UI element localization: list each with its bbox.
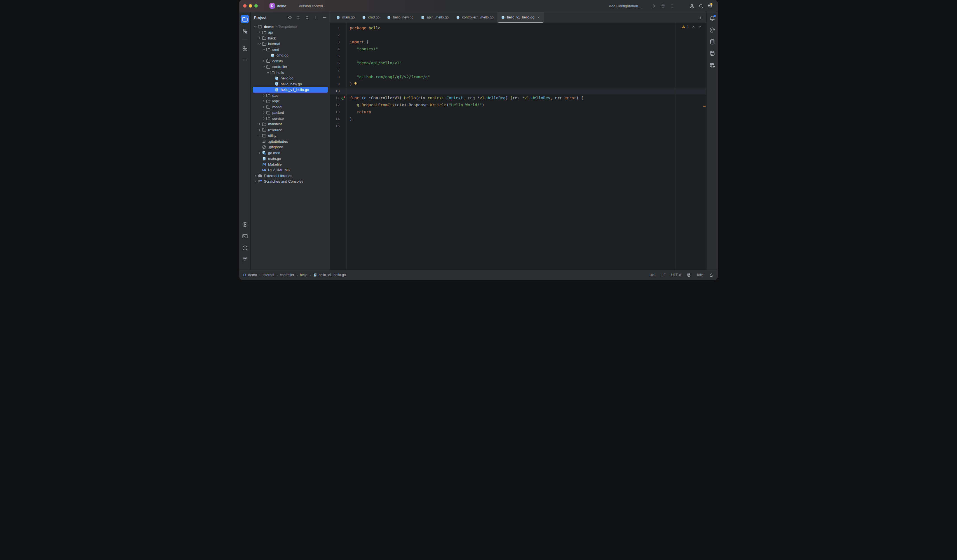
chevron-down-icon[interactable] bbox=[257, 42, 262, 46]
chevron-right-icon[interactable] bbox=[257, 134, 262, 137]
code-line-1[interactable]: 1package hello bbox=[330, 25, 706, 32]
tree-item-main.go[interactable]: main.go bbox=[253, 156, 328, 162]
notifications-bell-icon[interactable] bbox=[708, 14, 716, 22]
chevron-right-icon[interactable] bbox=[262, 111, 266, 114]
select-opened-file-icon[interactable] bbox=[287, 14, 292, 20]
tree-item-utility[interactable]: utility bbox=[253, 133, 328, 139]
chevron-right-icon[interactable] bbox=[257, 30, 262, 34]
tree-item-model[interactable]: model bbox=[253, 104, 328, 110]
expand-all-icon[interactable] bbox=[295, 14, 301, 20]
gopher-chat-tool-window-button[interactable] bbox=[708, 61, 716, 69]
terminal-tool-window-button[interactable] bbox=[241, 232, 249, 240]
code-line-6[interactable]: 6 "demo/api/hello/v1" bbox=[330, 60, 706, 66]
gopher-tool-window-button[interactable] bbox=[708, 49, 716, 57]
problems-tool-window-button[interactable] bbox=[241, 244, 249, 252]
chevron-right-icon[interactable] bbox=[253, 180, 257, 183]
unlock-icon[interactable] bbox=[709, 273, 713, 277]
code-with-me-icon[interactable] bbox=[689, 3, 695, 9]
gopher-status-icon[interactable] bbox=[687, 273, 691, 277]
tree-item-manifest[interactable]: manifest bbox=[253, 121, 328, 127]
breadcrumb-item-hello[interactable]: hello bbox=[300, 273, 307, 277]
tree-item-scratches-and-consoles[interactable]: Scratches and Consoles bbox=[253, 179, 328, 185]
tree-item-consts[interactable]: consts bbox=[253, 58, 328, 64]
database-tool-window-button[interactable] bbox=[708, 38, 716, 46]
code-line-15[interactable]: 15 bbox=[330, 123, 706, 129]
code-line-7[interactable]: 7 bbox=[330, 66, 706, 74]
run-button[interactable] bbox=[651, 3, 657, 9]
settings-gear-icon[interactable] bbox=[707, 3, 713, 9]
tree-item-resource[interactable]: resource bbox=[253, 127, 328, 133]
tree-item-logic[interactable]: logic bbox=[253, 98, 328, 104]
breadcrumb-item-controller[interactable]: controller bbox=[280, 273, 294, 277]
zoom-window-button[interactable] bbox=[254, 4, 258, 8]
chevron-right-icon[interactable] bbox=[262, 94, 266, 97]
chevron-down-icon[interactable] bbox=[253, 25, 257, 28]
tab-cmd.go[interactable]: cmd.go bbox=[358, 12, 383, 23]
code-line-14[interactable]: 14} bbox=[330, 115, 706, 123]
code-line-8[interactable]: 8 "github.com/gogf/gf/v2/frame/g" bbox=[330, 74, 706, 80]
git-tool-window-button[interactable] bbox=[241, 256, 249, 263]
tab-hello_v1_hello.go[interactable]: hello_v1_hello.go bbox=[497, 12, 544, 23]
more-tool-windows-icon[interactable] bbox=[241, 56, 249, 64]
tree-item-external-libraries[interactable]: External Libraries bbox=[253, 173, 328, 179]
search-everywhere-icon[interactable] bbox=[698, 3, 704, 9]
debug-button[interactable] bbox=[660, 3, 666, 9]
tab-options-kebab-icon[interactable] bbox=[698, 12, 706, 23]
code-line-10[interactable]: 10 bbox=[330, 88, 706, 95]
ai-assistant-icon[interactable] bbox=[708, 26, 716, 34]
indent-style[interactable]: Tab* bbox=[696, 273, 703, 277]
panel-options-kebab-icon[interactable] bbox=[313, 14, 319, 20]
breadcrumb-item-internal[interactable]: internal bbox=[263, 273, 274, 277]
services-tool-window-button[interactable] bbox=[241, 221, 249, 228]
breadcrumb-item-demo[interactable]: demo bbox=[243, 273, 257, 277]
chevron-right-icon[interactable] bbox=[257, 151, 262, 155]
tab-controller-...-hello.go[interactable]: controller/.../hello.go bbox=[452, 12, 497, 23]
chevron-right-icon[interactable] bbox=[253, 174, 257, 178]
code-line-3[interactable]: 3import ( bbox=[330, 39, 706, 46]
caret-position[interactable]: 10:1 bbox=[649, 273, 656, 277]
minimize-window-button[interactable] bbox=[249, 4, 252, 8]
collapse-all-icon[interactable] bbox=[304, 14, 310, 20]
vcs-menu[interactable]: Version control bbox=[299, 4, 326, 8]
intention-bulb-icon[interactable] bbox=[354, 82, 358, 86]
code-editor[interactable]: 1package hello23import (4 "context"56 "d… bbox=[330, 23, 706, 270]
tree-item-hello.go[interactable]: hello.go bbox=[253, 76, 328, 81]
run-configuration-selector[interactable]: Add Configuration... bbox=[609, 4, 644, 8]
more-actions-kebab-icon[interactable] bbox=[669, 3, 675, 9]
code-line-9[interactable]: 9) bbox=[330, 80, 706, 88]
implements-interface-icon[interactable]: I bbox=[340, 95, 346, 101]
tab-main.go[interactable]: main.go bbox=[332, 12, 358, 23]
structure-tool-window-button[interactable] bbox=[241, 44, 249, 52]
tree-item-makefile[interactable]: Makefile bbox=[253, 161, 328, 167]
tree-item-api[interactable]: api bbox=[253, 30, 328, 36]
chevron-right-icon[interactable] bbox=[262, 99, 266, 103]
tree-item-hello_v1_hello.go[interactable]: hello_v1_hello.go bbox=[253, 87, 328, 93]
chevron-down-icon[interactable] bbox=[262, 48, 266, 52]
tree-item-service[interactable]: service bbox=[253, 115, 328, 121]
chevron-down-icon[interactable] bbox=[266, 71, 270, 74]
file-encoding[interactable]: UTF-8 bbox=[671, 273, 681, 277]
line-separator[interactable]: LF bbox=[662, 273, 666, 277]
tree-item-controller[interactable]: controller bbox=[253, 64, 328, 70]
tree-item-cmd[interactable]: cmd bbox=[253, 47, 328, 53]
tree-item-hello_new.go[interactable]: hello_new.go bbox=[253, 81, 328, 87]
chevron-right-icon[interactable] bbox=[257, 36, 262, 40]
tree-item-.gitignore[interactable]: .gitignore bbox=[253, 144, 328, 150]
tree-item-hello[interactable]: hello bbox=[253, 69, 328, 76]
tree-item-.gitattributes[interactable]: .gitattributes bbox=[253, 139, 328, 144]
learn-gopher-icon[interactable]: ? bbox=[241, 27, 249, 35]
tree-item-go.mod[interactable]: go.mod bbox=[253, 150, 328, 156]
previous-problem-icon[interactable] bbox=[692, 25, 695, 29]
breadcrumb-item-hello_v1_hello.go[interactable]: hello_v1_hello.go bbox=[313, 273, 346, 277]
tree-item-readme.md[interactable]: README.MD bbox=[253, 167, 328, 173]
next-problem-icon[interactable] bbox=[698, 25, 702, 29]
error-stripe-warning-mark[interactable] bbox=[703, 106, 706, 107]
tree-item-cmd.go[interactable]: cmd.go bbox=[253, 53, 328, 58]
chevron-right-icon[interactable] bbox=[257, 122, 262, 126]
hide-panel-icon[interactable] bbox=[322, 14, 327, 20]
chevron-right-icon[interactable] bbox=[262, 59, 266, 63]
tree-item-demo[interactable]: demo~/Temp/demo bbox=[253, 24, 328, 30]
close-window-button[interactable] bbox=[243, 4, 246, 8]
tree-item-internal[interactable]: internal bbox=[253, 41, 328, 47]
code-line-5[interactable]: 5 bbox=[330, 53, 706, 60]
